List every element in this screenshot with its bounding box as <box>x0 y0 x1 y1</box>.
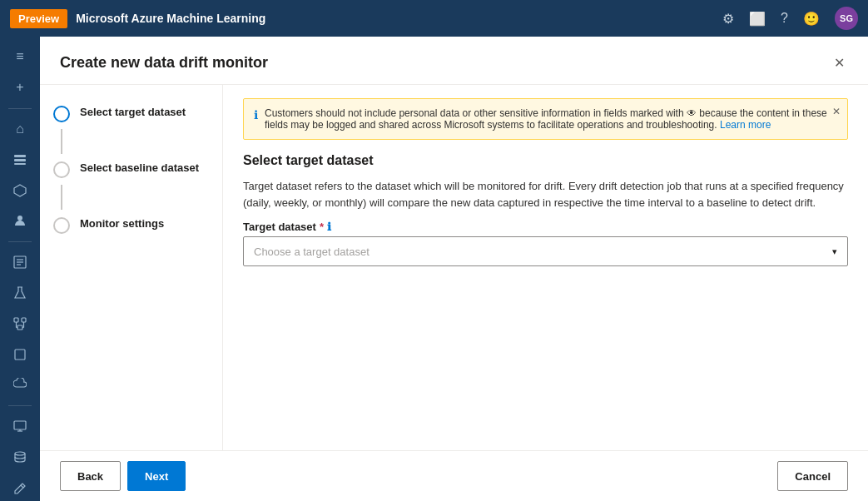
close-button[interactable]: ✕ <box>831 52 848 74</box>
svg-rect-10 <box>22 318 26 322</box>
sidebar-item-experiments[interactable] <box>5 249 35 276</box>
dialog-body: Select target dataset Select baseline da… <box>40 85 868 450</box>
learn-more-link[interactable]: Learn more <box>720 119 771 131</box>
dialog-footer: Back Next Cancel <box>40 450 868 501</box>
sidebar-item-menu[interactable]: ≡ <box>5 43 35 71</box>
step-item-3: Monitor settings <box>53 216 209 234</box>
content-area: Create new data drift monitor ✕ Select t… <box>40 37 868 501</box>
app-title: Microsoft Azure Machine Learning <box>76 12 714 25</box>
topbar-icons: ⚙ ⬜ ? 🙂 SG <box>722 7 858 30</box>
help-icon[interactable]: ? <box>781 11 788 26</box>
target-dataset-field: Target dataset * ℹ Choose a target datas… <box>243 221 848 266</box>
notice-text: Customers should not include personal da… <box>265 107 837 131</box>
sidebar-item-pipeline[interactable] <box>5 310 35 337</box>
sidebar-divider-1 <box>8 108 32 109</box>
svg-rect-2 <box>14 163 26 165</box>
step-circle-1 <box>53 106 70 122</box>
svg-rect-1 <box>14 159 26 161</box>
dropdown-placeholder: Choose a target dataset <box>254 246 370 258</box>
step-label-2: Select baseline dataset <box>80 161 199 174</box>
sidebar-item-monitor[interactable] <box>5 413 35 440</box>
sidebar-item-add[interactable]: + <box>5 74 35 102</box>
eye-icon: 👁 <box>687 107 699 119</box>
field-label: Target dataset * ℹ <box>243 221 848 233</box>
main-layout: ≡ + ⌂ <box>0 37 868 501</box>
back-button[interactable]: Back <box>60 461 121 491</box>
step-circle-2 <box>53 161 70 178</box>
sidebar-item-dataset[interactable] <box>5 146 35 173</box>
topbar: Preview Microsoft Azure Machine Learning… <box>0 0 868 37</box>
field-info-icon[interactable]: ℹ <box>327 221 331 233</box>
required-indicator: * <box>320 221 324 233</box>
svg-point-20 <box>15 452 25 455</box>
step-connector-2 <box>61 185 62 210</box>
sidebar-item-users[interactable] <box>5 207 35 235</box>
step-item-1: Select target dataset <box>53 105 209 122</box>
step-item-2: Select baseline dataset <box>53 161 209 178</box>
step-circle-3 <box>53 217 70 234</box>
sidebar-item-models[interactable] <box>5 340 35 368</box>
feedback-icon[interactable]: ⬜ <box>749 11 766 27</box>
notice-close-button[interactable]: ✕ <box>832 106 841 117</box>
svg-rect-0 <box>14 155 26 157</box>
sidebar-item-compute[interactable] <box>5 176 35 204</box>
step-label-1: Select target dataset <box>80 105 186 118</box>
steps-panel: Select target dataset Select baseline da… <box>40 85 223 450</box>
chevron-down-icon: ▾ <box>832 246 837 257</box>
dialog-header: Create new data drift monitor ✕ <box>40 37 868 85</box>
sidebar-item-database[interactable] <box>5 443 35 470</box>
step-connector-1 <box>61 129 62 154</box>
target-dataset-dropdown[interactable]: Choose a target dataset ▾ <box>243 236 848 266</box>
svg-marker-3 <box>14 185 26 196</box>
svg-rect-16 <box>15 350 25 360</box>
settings-icon[interactable]: ⚙ <box>722 11 734 27</box>
avatar[interactable]: SG <box>835 7 858 30</box>
notice-banner: ℹ Customers should not include personal … <box>243 98 848 140</box>
section-description: Target dataset refers to the dataset whi… <box>243 178 848 211</box>
main-panel: ℹ Customers should not include personal … <box>223 85 868 450</box>
svg-rect-9 <box>14 318 18 322</box>
smile-icon[interactable]: 🙂 <box>803 11 820 27</box>
info-circle-icon: ℹ <box>254 108 258 122</box>
notice-text-before: Customers should not include personal da… <box>265 107 684 119</box>
sidebar-item-home[interactable]: ⌂ <box>5 116 35 143</box>
section-title: Select target dataset <box>243 153 848 168</box>
cancel-button[interactable]: Cancel <box>777 461 848 491</box>
next-button[interactable]: Next <box>127 461 186 491</box>
svg-rect-11 <box>17 325 22 330</box>
svg-point-4 <box>17 216 22 221</box>
sidebar: ≡ + ⌂ <box>0 37 40 501</box>
dialog-title: Create new data drift monitor <box>60 54 268 72</box>
sidebar-item-edit[interactable] <box>5 474 35 501</box>
sidebar-item-cloud[interactable] <box>5 371 35 399</box>
sidebar-divider-2 <box>8 241 32 242</box>
sidebar-item-flask[interactable] <box>5 280 35 307</box>
svg-rect-17 <box>14 421 26 429</box>
field-label-text: Target dataset <box>243 221 316 233</box>
sidebar-divider-3 <box>8 405 32 406</box>
target-dataset-dropdown-wrapper: Choose a target dataset ▾ <box>243 236 848 266</box>
step-label-3: Monitor settings <box>80 216 164 230</box>
footer-left-buttons: Back Next <box>60 461 186 491</box>
preview-badge: Preview <box>10 9 67 28</box>
